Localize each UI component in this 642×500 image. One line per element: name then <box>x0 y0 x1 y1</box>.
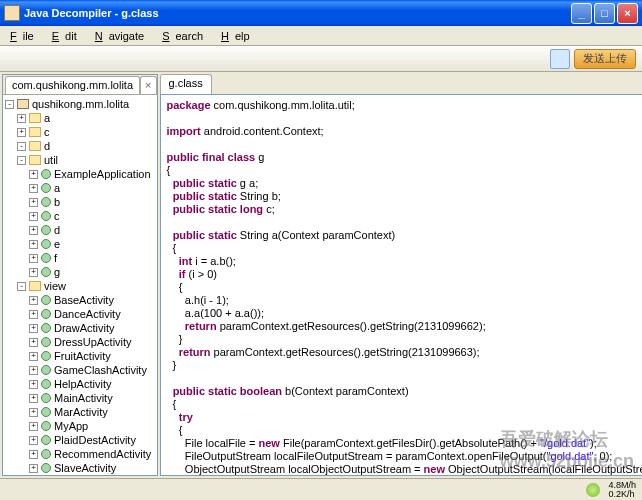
main-area: com.qushikong.mm.lolita × -qushikong.mm.… <box>0 72 642 478</box>
menu-edit[interactable]: Edit <box>46 28 89 44</box>
statusbar: 4.8M/h 0.2K/h <box>0 478 642 500</box>
window-title: Java Decompiler - g.class <box>24 7 569 19</box>
editor-tab[interactable]: g.class <box>160 74 212 94</box>
menu-file[interactable]: File <box>4 28 46 44</box>
tree-node[interactable]: +c <box>5 125 155 139</box>
tree-node[interactable]: +MyApp <box>5 419 155 433</box>
tree-node[interactable]: +BaseActivity <box>5 293 155 307</box>
tree-node[interactable]: -view <box>5 279 155 293</box>
tree-tabs: com.qushikong.mm.lolita × <box>3 75 157 95</box>
tree-node[interactable]: +DressUpActivity <box>5 335 155 349</box>
toolbar-upload-button[interactable]: 发送上传 <box>574 49 636 69</box>
tree-node[interactable]: +ExampleApplication <box>5 167 155 181</box>
menu-navigate[interactable]: Navigate <box>89 28 156 44</box>
close-button[interactable]: × <box>617 3 638 24</box>
tree-node[interactable]: +FruitActivity <box>5 349 155 363</box>
tree-node[interactable]: +GameClashActivity <box>5 363 155 377</box>
tree-node[interactable]: +e <box>5 237 155 251</box>
menu-search[interactable]: Search <box>156 28 215 44</box>
tree-node[interactable]: +SlaveActivity <box>5 461 155 475</box>
tree-tab-close[interactable]: × <box>140 76 156 94</box>
tree-node[interactable]: +PlaidDestActivity <box>5 433 155 447</box>
tree-node[interactable]: +b <box>5 195 155 209</box>
tree-node[interactable]: +a <box>5 181 155 195</box>
app-icon <box>4 5 20 21</box>
tree-node[interactable]: +HelpActivity <box>5 377 155 391</box>
tree-node[interactable]: +g <box>5 265 155 279</box>
editor-tabs: g.class <box>160 74 643 94</box>
tree-node[interactable]: +DanceActivity <box>5 307 155 321</box>
minimize-button[interactable]: _ <box>571 3 592 24</box>
titlebar[interactable]: Java Decompiler - g.class _ □ × <box>0 0 642 26</box>
tree-node[interactable]: +f <box>5 251 155 265</box>
editor-pane: g.class package com.qushikong.mm.lolita.… <box>160 74 643 476</box>
toolbar-icon[interactable] <box>550 49 570 69</box>
status-speed-2: 0.2K/h <box>608 490 636 499</box>
code-editor[interactable]: package com.qushikong.mm.lolita.util; im… <box>160 94 643 476</box>
maximize-button[interactable]: □ <box>594 3 615 24</box>
tree-pane: com.qushikong.mm.lolita × -qushikong.mm.… <box>2 74 158 476</box>
tree-node[interactable]: +DrawActivity <box>5 321 155 335</box>
tree-node[interactable]: -util <box>5 153 155 167</box>
package-tree[interactable]: -qushikong.mm.lolita+a+c-d-util+ExampleA… <box>3 95 157 475</box>
status-bulb-icon <box>586 483 600 497</box>
tree-node[interactable]: +a <box>5 111 155 125</box>
tree-node[interactable]: +d <box>5 223 155 237</box>
tree-node[interactable]: +MarActivity <box>5 405 155 419</box>
toolbar: 发送上传 <box>0 46 642 72</box>
tree-tab[interactable]: com.qushikong.mm.lolita <box>5 76 140 94</box>
menubar: File Edit Navigate Search Help <box>0 26 642 46</box>
tree-node[interactable]: +c <box>5 209 155 223</box>
menu-help[interactable]: Help <box>215 28 262 44</box>
tree-node[interactable]: +RecommendActivity <box>5 447 155 461</box>
tree-node[interactable]: +MainActivity <box>5 391 155 405</box>
tree-node[interactable]: -d <box>5 139 155 153</box>
tree-root[interactable]: -qushikong.mm.lolita <box>5 97 155 111</box>
